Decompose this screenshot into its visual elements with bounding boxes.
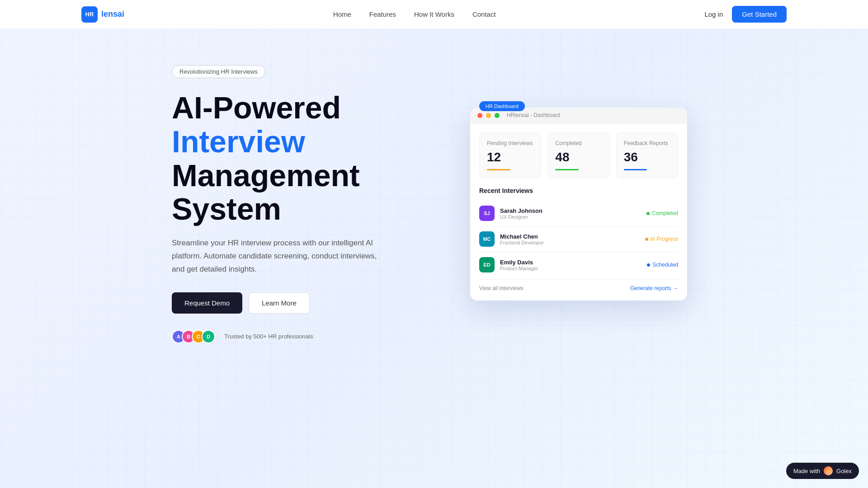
stat-feedback-bar — [624, 169, 647, 170]
hero-subtitle: Streamline your HR interview process wit… — [172, 237, 389, 276]
interview-status-mc: In Progress — [645, 236, 678, 242]
dashboard-body: Pending Interviews 12 Completed 48 Feedb… — [470, 123, 687, 300]
stat-completed-bar — [555, 169, 579, 170]
hero-trust: A B C D Trusted by 500+ HR professionals — [172, 330, 434, 343]
interview-item-mc: MC Michael Chen Frontend Developer In Pr… — [479, 226, 678, 252]
dashboard-window: HRlensai - Dashboard Pending Interviews … — [470, 108, 687, 300]
interview-item-sj: SJ Sarah Johnson UX Designer Completed — [479, 201, 678, 226]
hero-buttons: Request Demo Learn More — [172, 292, 434, 314]
logo-icon: HR — [81, 6, 98, 23]
trust-text: Trusted by 500+ HR professionals — [224, 333, 313, 340]
stat-completed: Completed 48 — [547, 132, 609, 178]
get-started-button[interactable]: Get Started — [732, 6, 787, 23]
interview-role-sj: UX Designer — [500, 214, 542, 220]
hero-title: AI-Powered Interview Management System — [172, 91, 434, 226]
recent-interviews-title: Recent Interviews — [479, 187, 678, 194]
stat-feedback-label: Feedback Reports — [624, 140, 670, 146]
stat-feedback-value: 36 — [624, 150, 670, 164]
stat-pending-label: Pending Interviews — [487, 140, 533, 146]
stat-pending-bar — [487, 169, 510, 170]
interview-info-mc: Michael Chen Frontend Developer — [500, 233, 544, 245]
hero-right: HR Dashboard HRlensai - Dashboard Pendin… — [470, 108, 696, 300]
interview-status-sj: Completed — [646, 210, 678, 216]
request-demo-button[interactable]: Request Demo — [172, 292, 242, 314]
nav-actions: Log in Get Started — [704, 6, 787, 23]
dashboard-footer: View all interviews Generate reports → — [479, 279, 678, 291]
generate-reports-link[interactable]: Generate reports → — [630, 285, 678, 291]
trust-avatar-d: D — [202, 330, 215, 343]
interview-list: SJ Sarah Johnson UX Designer Completed — [479, 201, 678, 277]
nav-features[interactable]: Features — [369, 10, 396, 18]
status-dot-mc — [645, 238, 648, 241]
interview-name-ed: Emily Davis — [500, 259, 538, 266]
nav-links: Home Features How It Works Contact — [333, 10, 496, 19]
status-dot-sj — [646, 212, 650, 215]
status-dot-ed — [647, 263, 650, 267]
hero-badge: Revolutionizing HR Interviews — [172, 65, 265, 78]
navbar: HR lensai Home Features How It Works Con… — [0, 0, 868, 29]
avatar-sj: SJ — [479, 206, 495, 221]
window-title: HRlensai - Dashboard — [507, 112, 560, 118]
nav-how-it-works[interactable]: How It Works — [414, 10, 454, 18]
golex-icon: ⚡ — [824, 466, 833, 475]
stat-completed-label: Completed — [555, 140, 602, 146]
window-dot-yellow — [486, 113, 491, 118]
logo-text: lensai — [101, 9, 124, 19]
avatar-ed: ED — [479, 257, 495, 272]
interview-left-ed: ED Emily Davis Product Manager — [479, 257, 538, 272]
hero-left: Revolutionizing HR Interviews AI-Powered… — [172, 65, 434, 343]
stat-feedback: Feedback Reports 36 — [616, 132, 678, 178]
view-all-link[interactable]: View all interviews — [479, 285, 524, 291]
stat-cards: Pending Interviews 12 Completed 48 Feedb… — [479, 132, 678, 178]
interview-left-mc: MC Michael Chen Frontend Developer — [479, 231, 544, 247]
golex-badge: Made with ⚡ Golex — [786, 463, 859, 479]
nav-contact[interactable]: Contact — [472, 10, 496, 18]
interview-name-sj: Sarah Johnson — [500, 207, 542, 214]
learn-more-button[interactable]: Learn More — [249, 292, 310, 314]
stat-pending-value: 12 — [487, 150, 533, 164]
interview-item-ed: ED Emily Davis Product Manager Scheduled — [479, 252, 678, 277]
interview-role-mc: Frontend Developer — [500, 240, 544, 245]
logo[interactable]: HR lensai — [81, 6, 124, 23]
trust-avatars: A B C D — [172, 330, 212, 343]
window-dot-green — [495, 113, 500, 118]
nav-home[interactable]: Home — [333, 10, 351, 18]
interview-name-mc: Michael Chen — [500, 233, 544, 240]
avatar-mc: MC — [479, 231, 495, 247]
interview-left-sj: SJ Sarah Johnson UX Designer — [479, 206, 542, 221]
dashboard-badge: HR Dashboard — [479, 101, 525, 111]
golex-brand: Golex — [836, 468, 852, 474]
stat-completed-value: 48 — [555, 150, 602, 164]
golex-text: Made with — [793, 468, 820, 474]
interview-info-ed: Emily Davis Product Manager — [500, 259, 538, 271]
interview-status-ed: Scheduled — [647, 262, 678, 268]
stat-pending: Pending Interviews 12 — [479, 132, 541, 178]
hero-section: Revolutionizing HR Interviews AI-Powered… — [0, 29, 868, 343]
window-dot-red — [477, 113, 482, 118]
login-button[interactable]: Log in — [704, 10, 723, 18]
interview-role-ed: Product Manager — [500, 266, 538, 271]
interview-info-sj: Sarah Johnson UX Designer — [500, 207, 542, 220]
